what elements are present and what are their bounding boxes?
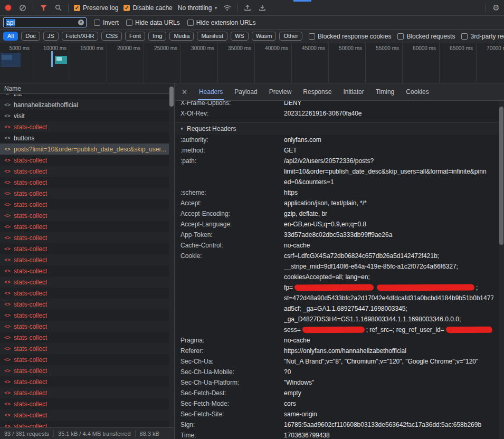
record-button[interactable] — [3, 3, 13, 13]
filter-chip-ws[interactable]: WS — [231, 32, 249, 41]
tab-headers[interactable]: Headers — [199, 83, 223, 100]
request-row[interactable]: <>stats-collect — [0, 421, 169, 427]
request-row[interactable]: <>stats-collect — [0, 155, 169, 166]
toolbar-divider — [486, 4, 486, 12]
timeline-overview[interactable]: 5000 ms10000 ms15000 ms20000 ms25000 ms3… — [0, 43, 504, 83]
header-value-text: _ga_D4827DS3H4=GS1.1.1698003344.1.1.1698… — [284, 316, 461, 323]
import-har-button[interactable] — [243, 3, 252, 13]
timeline-gridline — [254, 43, 255, 83]
request-row[interactable]: <>stats-collect — [0, 332, 169, 343]
third-party-requests-checkbox[interactable]: 3rd-party requests — [461, 33, 504, 40]
filter-chip-fetch-xhr[interactable]: Fetch/XHR — [62, 32, 99, 41]
invert-checkbox[interactable]: Invert — [94, 19, 119, 26]
tab-timing[interactable]: Timing — [376, 83, 395, 100]
header-value: csrf=LdfcGX4Sa72db06824c657db26a5d142472… — [284, 251, 493, 335]
filter-input[interactable]: api × — [3, 17, 87, 27]
details-scrollbar[interactable] — [499, 83, 504, 439]
request-name: stats-collect — [14, 123, 47, 131]
chevron-down-icon: ▾ — [214, 5, 217, 11]
header-name: Sec-Fetch-Site: — [180, 409, 284, 419]
request-row[interactable]: <>stats-collect — [0, 409, 169, 421]
disable-cache-checkbox[interactable]: Disable cache — [123, 4, 172, 12]
request-row[interactable]: <>stats-collect — [0, 166, 169, 177]
filter-chip-wasm[interactable]: Wasm — [252, 32, 277, 41]
column-header-name[interactable]: Name — [0, 83, 174, 94]
header-name: :path: — [180, 156, 284, 187]
toolbar-divider — [237, 4, 237, 12]
filter-chip-doc[interactable]: Doc — [21, 32, 40, 41]
request-type-icon: <> — [4, 368, 11, 374]
request-row[interactable]: <>stats-collect — [0, 310, 169, 321]
header-name: Sign: — [180, 419, 284, 430]
tab-payload[interactable]: Payload — [234, 83, 257, 100]
filter-chip-css[interactable]: CSS — [101, 32, 122, 41]
request-name: stats-collect — [14, 301, 47, 308]
request-row[interactable]: <>stats-collect — [0, 299, 169, 310]
devtools-network-panel: Preserve log Disable cache No throttling… — [0, 0, 504, 439]
filter-chip-js[interactable]: JS — [43, 32, 59, 41]
request-row[interactable]: <>stats-collect — [0, 121, 169, 132]
network-conditions-button[interactable] — [222, 3, 232, 13]
tab-response[interactable]: Response — [303, 83, 331, 100]
export-har-button[interactable] — [258, 3, 267, 13]
timeline-gridline — [144, 43, 144, 83]
request-row[interactable]: <>stats-collect — [0, 221, 169, 232]
tab-initiator[interactable]: Initiator — [343, 83, 364, 100]
filter-chip-other[interactable]: Other — [279, 32, 302, 41]
request-row[interactable]: <>stats-collect — [0, 243, 169, 254]
request-type-icon: <> — [4, 179, 11, 185]
filter-chip-media[interactable]: Media — [169, 32, 194, 41]
filter-chip-font[interactable]: Font — [125, 32, 145, 41]
tab-preview[interactable]: Preview — [269, 83, 292, 100]
throttling-dropdown[interactable]: No throttling ▾ — [178, 4, 217, 12]
filter-clear-icon[interactable]: × — [78, 20, 84, 25]
close-icon[interactable]: ✕ — [182, 88, 187, 96]
request-row[interactable]: <>stats-collect — [0, 199, 169, 210]
request-row[interactable]: <>stats-collect — [0, 276, 169, 288]
search-button[interactable] — [53, 3, 63, 13]
request-row[interactable]: <>init — [0, 94, 169, 99]
checkbox-checked-icon — [74, 5, 80, 11]
request-row[interactable]: <>stats-collect — [0, 188, 169, 199]
scrollbar-thumb[interactable] — [499, 107, 503, 245]
request-row[interactable]: <>stats-collect — [0, 177, 169, 188]
request-name: stats-collect — [14, 345, 47, 352]
request-row[interactable]: <>stats-collect — [0, 210, 169, 221]
request-row[interactable]: <>hannahelizabethofficial — [0, 99, 169, 110]
request-row[interactable]: <>stats-collect — [0, 387, 169, 398]
request-row[interactable]: <>stats-collect — [0, 354, 169, 365]
record-icon — [5, 5, 11, 11]
request-row[interactable]: <>stats-collect — [0, 254, 169, 265]
request-row[interactable]: <>visit — [0, 110, 169, 121]
filter-button[interactable] — [39, 3, 48, 13]
request-type-icon: <> — [4, 357, 11, 362]
request-row[interactable]: <>stats-collect — [0, 232, 169, 243]
clear-button[interactable] — [18, 3, 27, 13]
blocked-response-cookies-checkbox[interactable]: Blocked response cookies — [309, 33, 391, 40]
request-type-icon: <> — [4, 423, 11, 427]
filter-chip-img[interactable]: Img — [148, 32, 166, 41]
hide-data-urls-checkbox[interactable]: Hide data URLs — [126, 19, 180, 26]
hide-extension-urls-checkbox[interactable]: Hide extension URLs — [187, 19, 256, 26]
request-headers-section[interactable]: ▾ Request Headers — [175, 122, 499, 135]
request-list-scrollbar[interactable] — [169, 83, 174, 427]
request-row[interactable]: <>buttons — [0, 132, 169, 144]
request-row[interactable]: <>stats-collect — [0, 321, 169, 332]
filter-chip-manifest[interactable]: Manifest — [197, 32, 227, 41]
request-type-icon: <> — [4, 146, 11, 152]
scrollbar-thumb[interactable] — [169, 87, 174, 107]
blocked-requests-checkbox[interactable]: Blocked requests — [397, 33, 455, 40]
request-row[interactable]: <>stats-collect — [0, 288, 169, 299]
request-row[interactable]: <>stats-collect — [0, 343, 169, 354]
request-row[interactable]: <>stats-collect — [0, 376, 169, 387]
header-value: "Not_A Brand";v="8", "Chromium";v="120",… — [284, 356, 493, 367]
request-row[interactable]: <>stats-collect — [0, 365, 169, 376]
request-row[interactable]: <>stats-collect — [0, 265, 169, 276]
request-row[interactable]: <>posts?limit=10&order=publish_date_desc… — [0, 144, 169, 155]
preserve-log-checkbox[interactable]: Preserve log — [74, 4, 118, 12]
filter-chip-all[interactable]: All — [3, 32, 18, 41]
header-value-text: ; ref_src=; reg_ref_user_id= — [366, 326, 444, 333]
tab-cookies[interactable]: Cookies — [406, 83, 429, 100]
request-row[interactable]: <>stats-collect — [0, 398, 169, 409]
settings-button[interactable]: ⚙ — [491, 3, 501, 13]
